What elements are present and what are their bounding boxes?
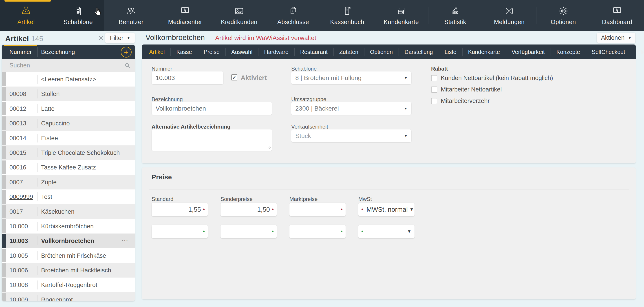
row-nummer: 10.008 [10,281,28,288]
price-input-row1[interactable] [290,203,346,216]
price-input-row2[interactable] [290,225,346,238]
tab-selfcheckout[interactable]: SelfCheckout [586,45,631,59]
column-header-bezeichnung[interactable]: Bezeichnung [41,49,75,56]
table-row[interactable]: 00013Capuccino [2,116,135,131]
row-menu-icon[interactable]: ⋯ [122,237,129,244]
verkaufseinheit-value: Stück [295,132,404,140]
price-input-row1[interactable]: 1,50 [220,203,277,216]
chevron-down-icon: ▼ [628,36,632,40]
tab-zutaten[interactable]: Zutaten [334,45,364,59]
row-bezeichnung: Latte [41,105,54,112]
table-row[interactable]: 00008Stollen [2,87,135,101]
checkbox-kunden-nettoartikel-kein-rabatt-m-glich[interactable] [431,75,437,81]
monitor-cursor-icon [612,6,622,17]
tab-kasse[interactable]: Kasse [170,45,198,59]
column-divider [37,134,38,142]
table-row[interactable]: 10.008Kartoffel-Roggenbrot [2,277,135,292]
table-row[interactable]: 0017Käsekuchen [2,204,135,219]
nav-item-dashboard[interactable]: Dashboard [590,0,644,31]
nav-item-label: Artikel [17,19,34,26]
tab-konzepte[interactable]: Konzepte [550,45,586,59]
tab-click-collect[interactable]: Click & Collect [631,45,644,59]
tab-restaurant[interactable]: Restaurant [294,45,334,59]
alt-bezeichnung-textarea[interactable] [152,129,272,151]
table-row[interactable]: 0009999Test [2,189,135,204]
mwst-select-row1[interactable]: MWSt. normal▼ [358,203,414,216]
nav-item-benutzer[interactable]: Benutzer [104,0,158,31]
table-row[interactable]: 0007Zöpfe [2,175,135,189]
tab-kundenkarte[interactable]: Kundenkarte [462,45,506,59]
tab-hardware[interactable]: Hardware [258,45,294,59]
nav-item-kreditkunden[interactable]: Kreditkunden [212,0,266,31]
nav-item-abschl-sse[interactable]: Abschlüsse [266,0,320,31]
tab-verf-gbarkeit[interactable]: Verfügbarkeit [506,45,550,59]
checkbox-mitarbeiterverzehr[interactable] [431,98,437,104]
row-bezeichnung: Kürbiskernbrötchen [41,223,94,230]
tab-liste[interactable]: Liste [439,45,462,59]
checkbox-mitarbeiter-nettoartikel[interactable] [431,87,437,93]
bezeichnung-input[interactable]: Vollkornbroetchen [152,102,272,115]
aktionen-button[interactable]: Aktionen ▼ [597,33,636,43]
umsatzgruppe-select[interactable]: 2300 | Bäckerei ▼ [291,102,411,115]
price-input-row2[interactable] [220,225,277,238]
nav-item-statistik[interactable]: Statistik [428,0,482,31]
schablone-select[interactable]: 8 | Brötchen mit Füllung ▼ [291,72,411,84]
aktiviert-checkbox[interactable]: ✓ [231,74,237,81]
close-icon[interactable]: ✕ [98,34,104,42]
table-row[interactable]: 00015Triple Chocolate Schokokuch [2,145,135,160]
table-row[interactable]: <Leeren Datensatz> [2,72,135,87]
tab-darstellung[interactable]: Darstellung [398,45,438,59]
mwst-select-row2[interactable]: ▼ [358,225,414,238]
chevron-down-icon: ▼ [404,134,407,138]
tab-artikel[interactable]: Artikel [143,45,170,59]
nav-item-artikel[interactable]: Artikel [0,0,52,31]
table-row[interactable]: 10.005Brötchen mit Frischkäse [2,248,135,263]
search-input[interactable]: Suchen [2,59,135,72]
column-header-nummer[interactable]: Nummer [10,49,32,56]
chevron-down-icon: ▼ [410,207,414,212]
table-row[interactable]: 10.000Kürbiskernbrötchen [2,219,135,233]
verkaufseinheit-select[interactable]: Stück ▼ [291,129,411,142]
resize-handle-icon[interactable] [268,146,271,150]
row-bezeichnung: Zöpfe [41,179,56,186]
nav-item-label: Schablone [64,19,93,26]
tab-optionen[interactable]: Optionen [364,45,398,59]
nav-item-kassenbuch[interactable]: Kassenbuch [320,0,374,31]
value-status-dot [272,209,274,210]
nav-item-label: Optionen [551,19,576,26]
tab-preise[interactable]: Preise [198,45,226,59]
add-artikel-button[interactable]: + [121,47,132,58]
price-value: MWSt. normal [363,206,410,213]
rabatt-label: Rabatt [431,66,448,72]
price-input-row1[interactable]: 1,55 [152,203,208,216]
value-status-dot [362,209,363,210]
column-divider [37,104,38,113]
nav-item-label: Meldungen [494,19,524,26]
nummer-input[interactable]: 10.003 [152,72,224,84]
table-row[interactable]: 10.006Broetchen mit Hackfleisch [2,263,135,277]
nav-item-mediacenter[interactable]: Mediacenter [158,0,212,31]
search-icon [124,62,131,70]
nav-item-optionen[interactable]: Optionen [536,0,590,31]
row-nummer: 00013 [10,120,26,127]
nav-item-meldungen[interactable]: Meldungen [482,0,536,31]
table-row[interactable]: 10.003Vollkornbroetchen⋯ [2,233,135,248]
price-input-row2[interactable] [152,225,208,238]
preise-card: Preise Standard1,55Sonderpreise1,50Markt… [142,167,636,299]
nav-item-schablone[interactable]: Schablone [52,0,104,31]
row-selector [2,87,6,101]
detail-tab-bar: ArtikelKassePreiseAuswahlHardwareRestaur… [142,45,636,59]
column-divider [37,148,38,157]
table-row[interactable]: 00014Eistee [2,131,135,145]
table-row[interactable]: 10.009Roggenbrot [2,292,135,301]
bezeichnung-value: Vollkornbroetchen [156,105,268,112]
filter-button[interactable]: Filter ▼ [105,33,135,43]
umsatzgruppe-value: 2300 | Bäckerei [295,105,404,112]
table-row[interactable]: 00012Latte [2,101,135,116]
column-divider [37,192,38,201]
nav-item-kundenkarte[interactable]: Kundenkarte [374,0,428,31]
row-nummer: 00012 [10,105,26,112]
value-status-dot [341,231,342,232]
table-row[interactable]: 00016Tasse Kaffee Zusatz [2,160,135,175]
tab-auswahl[interactable]: Auswahl [226,45,258,59]
